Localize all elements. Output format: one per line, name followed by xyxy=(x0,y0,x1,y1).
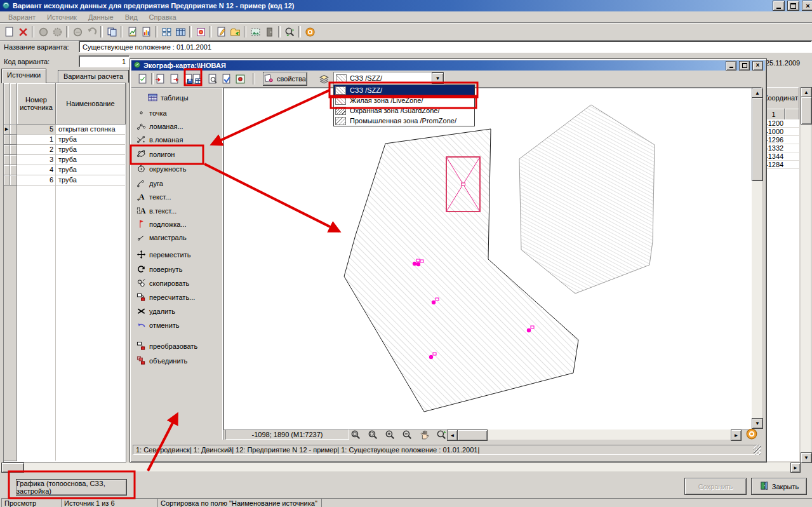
table-blue-icon[interactable] xyxy=(173,25,187,39)
map-frame-icon[interactable] xyxy=(233,72,247,86)
main-vertical-scrollbar[interactable]: ▲ ▼ xyxy=(801,87,811,462)
select-image-icon[interactable] xyxy=(248,25,262,39)
calc-icon[interactable] xyxy=(70,25,84,39)
layer-option[interactable]: Охранная зона /GuardZone/ xyxy=(334,105,474,116)
run2-icon[interactable] xyxy=(50,25,64,39)
tool-polygon[interactable]: полигон xyxy=(136,149,175,159)
tool-copy-tool[interactable]: скопировать xyxy=(136,278,189,288)
grid-icon[interactable] xyxy=(159,25,173,39)
tool-insert-polyline[interactable]: в.ломаная xyxy=(136,135,183,144)
menu-item-справка[interactable]: Справка xyxy=(143,12,182,22)
map-preview-icon[interactable] xyxy=(205,72,219,86)
report-icon[interactable] xyxy=(139,25,153,39)
tool-recalc[interactable]: пересчитать... xyxy=(136,292,195,302)
source-number-cell[interactable]: 4 xyxy=(17,165,56,175)
exit-icon[interactable] xyxy=(262,25,276,39)
source-name-cell[interactable]: труба xyxy=(56,155,125,165)
map-canvas[interactable] xyxy=(223,88,753,430)
restore-button[interactable] xyxy=(787,1,799,11)
resize-grip[interactable] xyxy=(754,445,761,455)
variant-code-input[interactable]: 1 xyxy=(79,55,130,67)
help-icon[interactable] xyxy=(303,25,317,39)
map-export-icon[interactable] xyxy=(167,72,181,86)
source-name-cell[interactable]: труба xyxy=(56,145,125,155)
column-header-name[interactable]: Наименование xyxy=(56,83,126,125)
copy-icon[interactable] xyxy=(105,25,119,39)
row-selector[interactable]: ► xyxy=(4,125,10,135)
menu-item-вариант[interactable]: Вариант xyxy=(3,12,41,22)
source-name-cell[interactable]: труба xyxy=(56,175,125,186)
tool-insert-text[interactable]: Aв.текст... xyxy=(136,206,176,215)
source-number-cell[interactable]: 1 xyxy=(17,135,56,145)
row-selector[interactable] xyxy=(4,135,10,145)
search-icon[interactable] xyxy=(283,25,296,39)
map-horizontal-scroll-thumb[interactable] xyxy=(457,429,488,441)
map-vertical-scrollbar[interactable]: ▲ ▼ xyxy=(752,88,762,429)
map-import-icon[interactable] xyxy=(153,72,167,86)
map-minimize-button[interactable] xyxy=(726,61,736,71)
row-selector[interactable] xyxy=(4,175,10,186)
undo-icon[interactable] xyxy=(84,25,98,39)
tool-delete-tool[interactable]: удалить xyxy=(136,306,175,316)
zoom-rect-icon[interactable] xyxy=(365,429,380,440)
scroll-down-button[interactable]: ▼ xyxy=(801,452,812,463)
layer-option[interactable]: Жилая зона /LiveZone/ xyxy=(334,95,474,105)
layer-option[interactable]: Промышленная зона /PromZone/ xyxy=(334,116,474,126)
edit-icon[interactable] xyxy=(214,25,228,39)
row-selector[interactable] xyxy=(4,165,10,175)
tool-transform[interactable]: преобразовать xyxy=(136,341,197,351)
map-scroll-right-button[interactable]: ► xyxy=(731,429,742,441)
map-new-icon[interactable] xyxy=(135,72,149,86)
tool-merge[interactable]: объединить xyxy=(136,356,187,365)
prom-zone-polygon[interactable] xyxy=(519,105,655,294)
tool-move[interactable]: переместить xyxy=(136,250,190,259)
chart-icon[interactable] xyxy=(125,25,139,39)
source-number-cell[interactable]: 2 xyxy=(17,145,56,155)
tool-arc[interactable]: дуга xyxy=(136,179,163,188)
column-header-source-number[interactable]: Номер источника xyxy=(17,83,56,125)
tool-underlay[interactable]: подложка... xyxy=(136,219,187,229)
scroll-right-button[interactable]: ► xyxy=(790,463,801,473)
zoom-out-icon[interactable] xyxy=(399,429,415,440)
source-name-cell[interactable]: открытая стоянка xyxy=(56,125,125,135)
tool-rotate[interactable]: повернуть xyxy=(136,264,182,274)
map-help-icon[interactable] xyxy=(745,428,758,442)
image-icon[interactable] xyxy=(194,25,208,39)
delete-icon[interactable] xyxy=(16,25,30,39)
tool-polyline[interactable]: ломаная... xyxy=(136,121,183,131)
layer-combobox[interactable]: СЗЗ /SZZ/ ▼ xyxy=(333,72,444,84)
variant-name-input[interactable]: Существующее положение : 01.01.2001 xyxy=(79,41,812,53)
pan-icon[interactable] xyxy=(416,429,432,440)
map-maximize-button[interactable] xyxy=(739,61,750,71)
new-icon[interactable] xyxy=(2,25,16,39)
layers-icon[interactable] xyxy=(317,72,331,86)
tab-sources[interactable]: Источники xyxy=(1,69,46,83)
tool-undo-tool[interactable]: отменить xyxy=(136,320,180,330)
map-close-button[interactable]: × xyxy=(752,61,763,71)
source-name-cell[interactable]: труба xyxy=(56,165,125,175)
run-icon[interactable] xyxy=(36,25,50,39)
row-selector[interactable] xyxy=(4,155,10,165)
tool-point[interactable]: точка xyxy=(136,108,167,118)
menu-item-данные[interactable]: Данные xyxy=(83,12,119,22)
tool-circle[interactable]: окружность xyxy=(136,164,186,173)
folder-icon[interactable] xyxy=(228,25,242,39)
vertical-scroll-thumb[interactable] xyxy=(801,97,812,125)
source-number-cell[interactable]: 6 xyxy=(17,175,56,186)
tab-calculation-variants[interactable]: Варианты расчета xyxy=(58,70,129,83)
properties-button[interactable]: свойства xyxy=(263,72,307,86)
source-number-cell[interactable]: 3 xyxy=(17,155,56,165)
map-scroll-left-button[interactable]: ◄ xyxy=(447,429,458,441)
column-header-coordinates[interactable]: Координат xyxy=(763,87,799,109)
combobox-dropdown-arrow[interactable]: ▼ xyxy=(432,72,444,84)
main-horizontal-scrollbar[interactable]: ► xyxy=(0,463,799,471)
close-window-button[interactable]: Закрыть xyxy=(751,478,807,495)
map-check-icon[interactable] xyxy=(219,72,233,86)
map-table-icon[interactable] xyxy=(189,72,203,86)
graphics-button[interactable]: Графика (топооснова, СЗЗ, застройка) xyxy=(16,479,127,496)
close-button[interactable]: × xyxy=(802,1,812,11)
source-number-cell[interactable]: 5 xyxy=(17,125,56,135)
row-selector[interactable] xyxy=(4,145,10,155)
source-name-cell[interactable]: труба xyxy=(56,135,125,145)
minimize-button[interactable] xyxy=(773,1,785,11)
